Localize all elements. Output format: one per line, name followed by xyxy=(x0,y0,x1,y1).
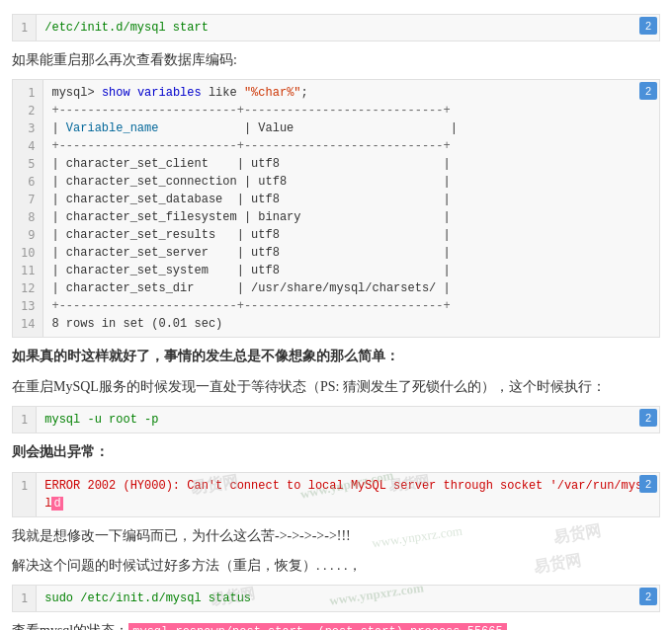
watermark-4: 易货网 xyxy=(532,547,583,581)
text-6: 解决这个问题的时候试过好多方法（重启，恢复）. . . . .， 易货网 xyxy=(12,555,660,577)
line-numbers-5: 1 xyxy=(13,586,37,611)
line-numbers: 1 xyxy=(13,15,37,40)
copy-button-4[interactable]: 2 xyxy=(639,475,657,493)
text-5: 我就是想修改一下编码而已，为什么这么苦->->->->->!!! 易货网 www… xyxy=(12,525,660,547)
text-1: 如果能重启那么再次查看数据库编码: xyxy=(12,49,660,71)
copy-button-1[interactable]: 2 xyxy=(639,17,657,35)
code-content: /etc/init.d/mysql start xyxy=(37,15,659,40)
code-content-5: sudo /etc/init.d/mysql status xyxy=(37,586,659,611)
status-highlight: mysql respawn/post-start, (post-start) p… xyxy=(128,623,506,630)
code-content-3: mysql -u root -p xyxy=(37,407,659,433)
line-numbers-4: 1 xyxy=(13,473,37,516)
watermark-3: www.ynpxrz.com xyxy=(371,520,463,553)
text-4: 则会抛出异常： xyxy=(12,441,660,463)
code-block-3: 1 mysql -u root -p 2 xyxy=(12,406,660,433)
copy-button-3[interactable]: 2 xyxy=(639,409,657,427)
line-numbers-3: 1 xyxy=(13,407,37,433)
copy-button-2[interactable]: 2 xyxy=(639,82,657,100)
main-content: 1 /etc/init.d/mysql start 2 如果能重启那么再次查看数… xyxy=(0,0,672,630)
text-2: 如果真的时这样就好了，事情的发生总是不像想象的那么简单： xyxy=(12,346,660,367)
code-block-2: 1 2 3 4 5 6 7 8 9 10 11 12 13 14 mysql> … xyxy=(12,79,660,338)
text-7: 查看mysql的状态：mysql respawn/post-start, (po… xyxy=(12,620,660,630)
code-block-1: 1 /etc/init.d/mysql start 2 xyxy=(12,14,660,41)
copy-button-5[interactable]: 2 xyxy=(639,588,657,605)
code-block-4: 1 ERROR 2002 (HY000): Can't connect to l… xyxy=(12,472,660,517)
line-numbers-2: 1 2 3 4 5 6 7 8 9 10 11 12 13 14 xyxy=(13,80,43,337)
text-3: 在重启MySQL服务的时候发现一直处于等待状态（PS: 猜测发生了死锁什么的），… xyxy=(12,376,660,398)
mysql-table-content: mysql> show variables like "%char%"; +--… xyxy=(43,80,659,337)
watermark-2: 易货网 xyxy=(551,517,603,551)
error-content: ERROR 2002 (HY000): Can't connect to loc… xyxy=(37,473,659,516)
code-block-5: 1 sudo /etc/init.d/mysql status 易货网 www.… xyxy=(12,585,660,612)
text-7-prefix: 查看mysql的状态： xyxy=(12,623,128,630)
